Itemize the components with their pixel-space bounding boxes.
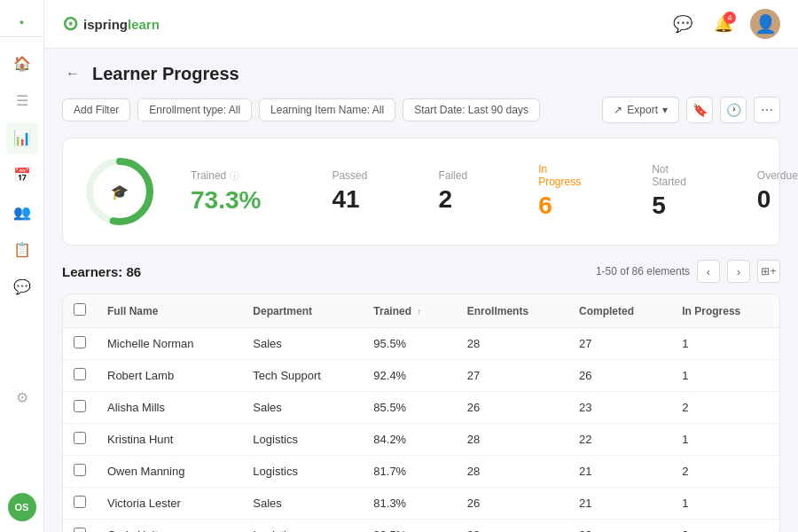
select-all-checkbox[interactable] <box>74 303 86 316</box>
back-button[interactable]: ← <box>62 63 83 84</box>
cell-completed: 22 <box>568 424 671 456</box>
trained-center-icon: 🎓 <box>111 184 129 200</box>
notification-button[interactable]: 🔔 4 <box>709 10 738 38</box>
row-checkbox-cell <box>63 328 97 360</box>
cell-department: Tech Support <box>242 360 363 392</box>
cell-in-progress: 1 <box>671 328 779 360</box>
history-button[interactable]: 🕐 <box>720 97 747 123</box>
cell-in-progress: 2 <box>671 520 779 533</box>
failed-stat: Failed 2 <box>438 169 467 214</box>
table-row[interactable]: Owen Manning Logistics 81.7% 28 21 2 <box>63 456 779 488</box>
cell-enrollments: 26 <box>457 392 568 424</box>
col-trained[interactable]: Trained ↑ <box>363 294 456 328</box>
row-checkbox[interactable] <box>74 336 86 348</box>
user-avatar-topbar[interactable]: 👤 <box>750 9 780 39</box>
sort-icon: ↑ <box>417 307 421 317</box>
table-row[interactable]: Cody Holt Logistics 80.5% 28 22 2 <box>63 520 779 533</box>
logo-text: ispringlearn <box>83 17 160 32</box>
learning-item-filter[interactable]: Learning Item Name: All <box>259 98 395 121</box>
more-button[interactable]: ⋯ <box>754 97 780 123</box>
row-checkbox-cell <box>63 360 97 392</box>
sidebar-item-home[interactable]: 🏠 <box>6 48 38 80</box>
add-filter-button[interactable]: Add Filter <box>62 98 130 121</box>
cell-name: Robert Lamb <box>97 360 242 392</box>
pagination-text: 1-50 of 86 elements <box>596 265 690 278</box>
cell-name: Alisha Mills <box>97 392 242 424</box>
bookmark-button[interactable]: 🔖 <box>686 97 713 123</box>
passed-stat: Passed 41 <box>332 169 367 214</box>
cell-completed: 27 <box>568 328 671 360</box>
cell-enrollments: 28 <box>457 456 568 488</box>
in-progress-value: 6 <box>538 192 581 220</box>
next-page-button[interactable]: › <box>727 260 750 283</box>
not-started-stat: Not Started 5 <box>652 163 686 220</box>
row-checkbox[interactable] <box>74 464 86 476</box>
row-checkbox[interactable] <box>74 432 86 444</box>
cell-completed: 26 <box>568 360 671 392</box>
table-row[interactable]: Kristina Hunt Logistics 84.2% 28 22 1 <box>63 424 779 456</box>
col-department: Department <box>242 294 363 328</box>
cell-trained: 95.5% <box>363 328 456 360</box>
logo-icon: ⊙ <box>62 12 78 35</box>
cell-in-progress: 1 <box>671 424 779 456</box>
cell-trained: 81.3% <box>363 488 456 520</box>
cell-department: Sales <box>242 392 363 424</box>
cell-trained: 85.5% <box>363 392 456 424</box>
prev-page-button[interactable]: ‹ <box>697 260 720 283</box>
passed-value: 41 <box>332 185 367 214</box>
filter-actions: ↗ Export ▾ 🔖 🕐 ⋯ <box>602 97 780 123</box>
cell-name: Michelle Norman <box>97 328 242 360</box>
start-date-filter[interactable]: Start Date: Last 90 days <box>403 98 540 121</box>
sidebar: ● 🏠 ☰ 📊 📅 👥 📋 💬 ⚙ OS <box>0 0 44 532</box>
sidebar-item-messages[interactable]: 💬 <box>6 271 38 303</box>
trained-info-icon[interactable]: ⓘ <box>230 169 239 183</box>
columns-button[interactable]: ⊞+ <box>757 260 780 283</box>
cell-in-progress: 2 <box>671 456 779 488</box>
table-row[interactable]: Victoria Lester Sales 81.3% 26 21 1 <box>63 488 779 520</box>
cell-completed: 21 <box>568 456 671 488</box>
export-button[interactable]: ↗ Export ▾ <box>602 97 679 123</box>
cell-completed: 21 <box>568 488 671 520</box>
sidebar-item-reports[interactable]: 📋 <box>6 234 38 266</box>
learners-table-container: Full Name Department Trained ↑ Enrollmen… <box>62 293 780 532</box>
pagination: 1-50 of 86 elements ‹ › ⊞+ <box>596 260 780 283</box>
row-checkbox[interactable] <box>74 368 86 380</box>
notification-badge: 4 <box>724 12 736 24</box>
sidebar-item-users[interactable]: 👥 <box>6 197 38 229</box>
chat-button[interactable]: 💬 <box>669 10 697 38</box>
overdue-label: Overdue <box>757 169 798 182</box>
table-row[interactable]: Alisha Mills Sales 85.5% 26 23 2 <box>63 392 779 424</box>
table-header: Full Name Department Trained ↑ Enrollmen… <box>63 294 779 328</box>
col-full-name: Full Name <box>97 294 242 328</box>
cell-enrollments: 28 <box>457 328 568 360</box>
row-checkbox[interactable] <box>74 528 86 532</box>
row-checkbox[interactable] <box>74 496 86 508</box>
in-progress-label: In Progress <box>538 163 581 188</box>
cell-completed: 23 <box>568 392 671 424</box>
sidebar-item-analytics[interactable]: 📊 <box>6 122 38 154</box>
export-chevron: ▾ <box>662 104 668 116</box>
cell-in-progress: 1 <box>671 360 779 392</box>
cell-department: Sales <box>242 328 363 360</box>
cell-enrollments: 26 <box>457 488 568 520</box>
overdue-value: 0 <box>757 185 798 214</box>
row-checkbox-cell <box>63 520 97 533</box>
enrollment-type-filter[interactable]: Enrollment type: All <box>137 98 252 121</box>
table-row[interactable]: Robert Lamb Tech Support 92.4% 27 26 1 <box>63 360 779 392</box>
row-checkbox-cell <box>63 456 97 488</box>
row-checkbox[interactable] <box>74 400 86 412</box>
stats-card: 🎓 Trained ⓘ 73.3% Passed 41 Failed 2 <box>62 137 780 246</box>
failed-value: 2 <box>438 185 467 214</box>
failed-label: Failed <box>438 169 467 182</box>
sidebar-item-calendar[interactable]: 📅 <box>6 160 38 192</box>
in-progress-stat: In Progress 6 <box>538 163 581 220</box>
cell-name: Victoria Lester <box>97 488 242 520</box>
sidebar-item-menu[interactable]: ☰ <box>6 85 38 117</box>
col-in-progress: In Progress <box>671 294 779 328</box>
user-avatar-sidebar[interactable]: OS <box>8 493 36 521</box>
passed-label: Passed <box>332 169 367 182</box>
topbar-actions: 💬 🔔 4 👤 <box>669 9 780 39</box>
table-row[interactable]: Michelle Norman Sales 95.5% 28 27 1 <box>63 328 779 360</box>
row-checkbox-cell <box>63 392 97 424</box>
sidebar-item-settings[interactable]: ⚙ <box>6 382 38 414</box>
